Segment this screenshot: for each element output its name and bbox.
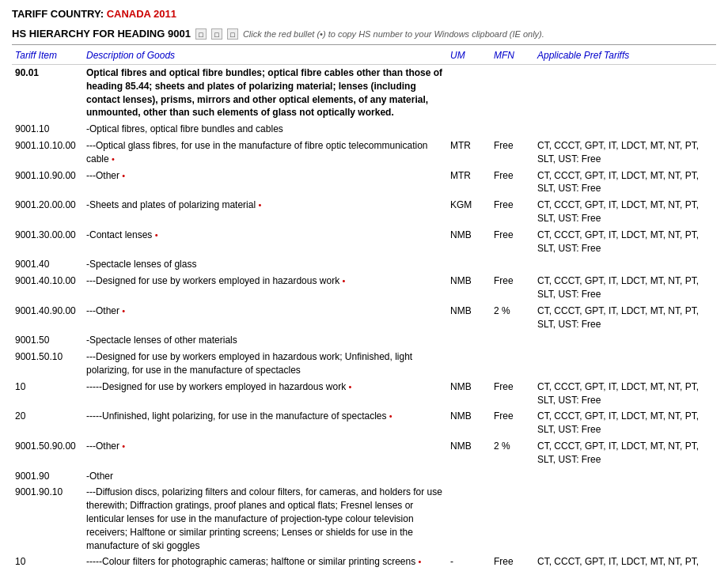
cell-um: NMB [447,227,491,257]
cell-pref-tariffs: CT, CCCT, GPT, IT, LDCT, MT, NT, PT, SLT… [534,379,716,409]
cell-um: NMB [447,379,491,409]
hs-icon-1[interactable]: □ [195,28,207,40]
hs-header: HS HIERARCHY FOR HEADING 9001 □ □ □ Clic… [12,28,716,40]
cell-description: -Spectacle lenses of glass [83,256,447,273]
table-row: 9001.10.10.00---Optical glass fibres, fo… [12,138,716,168]
cell-um [447,65,491,122]
cell-tariff-item: 9001.90 [12,468,83,485]
cell-description: ---Optical glass fibres, for use in the … [83,138,447,168]
tariff-country-header: TARIFF COUNTRY: CANADA 2011 [12,8,716,20]
hs-header-title: HS HIERARCHY FOR HEADING 9001 [12,28,191,40]
cell-description: -----Colour filters for photographic cam… [83,554,447,571]
bullet-icon[interactable]: • [122,441,125,451]
cell-um: - [447,554,491,571]
cell-pref-tariffs: CT, CCCT, GPT, IT, LDCT, MT, NT, PT, SLT… [534,273,716,303]
cell-mfn: Free [491,379,534,409]
cell-mfn: 2 % [491,438,534,468]
cell-tariff-item: 9001.40.10.00 [12,273,83,303]
bullet-icon[interactable]: • [342,276,345,286]
cell-pref-tariffs [534,121,716,138]
cell-tariff-item: 9001.10 [12,121,83,138]
cell-description: Optical fibres and optical fibre bundles… [83,65,447,122]
cell-um [447,332,491,349]
cell-um [447,349,491,379]
cell-tariff-item: 9001.90.10 [12,484,83,554]
cell-tariff-item: 9001.40.90.00 [12,303,83,333]
cell-tariff-item: 90.01 [12,65,83,122]
cell-pref-tariffs [534,256,716,273]
table-row: 9001.40.10.00---Designed for use by work… [12,273,716,303]
bullet-icon[interactable]: • [122,306,125,316]
cell-um: NMB [447,408,491,438]
hs-icon-2[interactable]: □ [211,28,222,40]
col-header-description: Description of Goods [83,48,447,65]
table-row: 9001.50.90.00---Other •NMB2 %CT, CCCT, G… [12,438,716,468]
cell-mfn [491,349,534,379]
table-row: 10-----Designed for use by workers emplo… [12,379,716,409]
table-row: 9001.10-Optical fibres, optical fibre bu… [12,121,716,138]
cell-um: MTR [447,138,491,168]
bullet-icon[interactable]: • [348,382,351,391]
cell-pref-tariffs [534,484,716,554]
bullet-icon[interactable]: • [419,557,422,566]
cell-um: NMB [447,303,491,333]
bullet-icon[interactable]: • [112,154,115,164]
cell-description: -Optical fibres, optical fibre bundles a… [83,121,447,138]
cell-tariff-item: 9001.10.90.00 [12,168,83,198]
cell-tariff-item: 9001.50.10 [12,349,83,379]
cell-pref-tariffs: CT, CCCT, GPT, IT, LDCT, MT, NT, PT, SLT… [534,554,716,571]
cell-description: ---Diffusion discs, polarizing filters a… [83,484,447,554]
cell-um [447,256,491,273]
table-row: 90.01Optical fibres and optical fibre bu… [12,65,716,122]
cell-um: MTR [447,168,491,198]
col-header-um: UM [447,48,491,65]
col-header-tariff-item: Tariff Item [12,48,83,65]
table-row: 9001.90-Other [12,468,716,485]
cell-mfn [491,468,534,485]
cell-pref-tariffs [534,468,716,485]
col-header-mfn: MFN [491,48,534,65]
cell-description: ---Other • [83,303,447,333]
bullet-icon[interactable]: • [122,171,125,180]
col-header-pref-tariffs: Applicable Pref Tariffs [534,48,716,65]
cell-description: ---Designed for use by workers employed … [83,349,447,379]
table-row: 9001.40.90.00---Other •NMB2 %CT, CCCT, G… [12,303,716,333]
cell-description: -Sheets and plates of polarizing materia… [83,197,447,227]
cell-pref-tariffs [534,65,716,122]
cell-description: ---Other • [83,168,447,198]
tariff-country-label: TARIFF COUNTRY: [12,8,104,20]
cell-tariff-item: 9001.50 [12,332,83,349]
cell-um [447,484,491,554]
hs-icon-3[interactable]: □ [227,28,238,40]
cell-description: -Contact lenses • [83,227,447,257]
hs-note: Click the red bullet (•) to copy HS numb… [243,29,544,39]
cell-pref-tariffs: CT, CCCT, GPT, IT, LDCT, MT, NT, PT, SLT… [534,227,716,257]
cell-description: -Other [83,468,447,485]
cell-mfn: Free [491,554,534,571]
cell-mfn: Free [491,138,534,168]
cell-mfn: Free [491,273,534,303]
table-row: 20-----Unfinished, light polarizing, for… [12,408,716,438]
bullet-icon[interactable]: • [155,230,158,240]
table-row: 9001.10.90.00---Other •MTRFreeCT, CCCT, … [12,168,716,198]
cell-mfn [491,484,534,554]
cell-mfn: Free [491,197,534,227]
cell-description: -----Unfinished, light polarizing, for u… [83,408,447,438]
cell-pref-tariffs: CT, CCCT, GPT, IT, LDCT, MT, NT, PT, SLT… [534,408,716,438]
cell-mfn: 2 % [491,303,534,333]
table-header-row: Tariff Item Description of Goods UM MFN … [12,48,716,65]
cell-um [447,121,491,138]
cell-mfn [491,121,534,138]
cell-pref-tariffs: CT, CCCT, GPT, IT, LDCT, MT, NT, PT, SLT… [534,138,716,168]
cell-mfn [491,65,534,122]
cell-tariff-item: 10 [12,554,83,571]
cell-tariff-item: 9001.50.90.00 [12,438,83,468]
table-row: 9001.20.00.00-Sheets and plates of polar… [12,197,716,227]
cell-description: -----Designed for use by workers employe… [83,379,447,409]
cell-tariff-item: 9001.30.00.00 [12,227,83,257]
cell-tariff-item: 10 [12,379,83,409]
bullet-icon[interactable]: • [258,200,261,210]
table-row: 9001.50.10---Designed for use by workers… [12,349,716,379]
cell-um: KGM [447,197,491,227]
bullet-icon[interactable]: • [389,411,392,421]
